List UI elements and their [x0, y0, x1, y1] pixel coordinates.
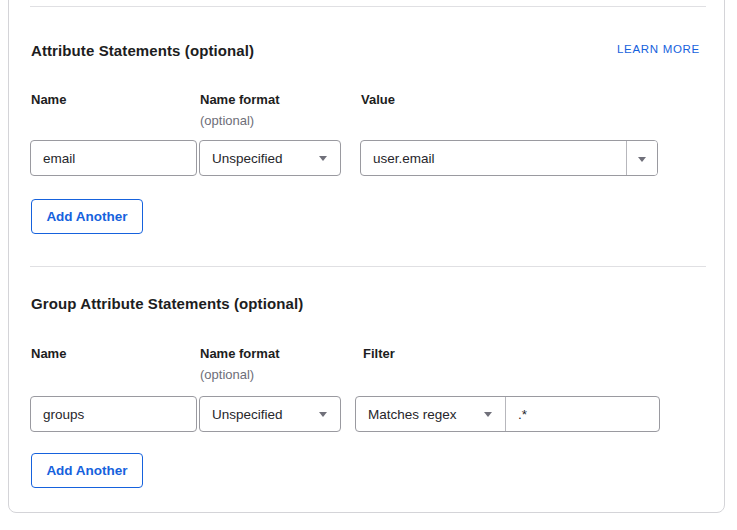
name-format-optional-note: (optional) — [200, 113, 254, 128]
attribute-value-input[interactable] — [361, 141, 626, 175]
filter-column-label: Filter — [363, 346, 395, 361]
value-column-label: Value — [361, 92, 395, 107]
name-format-select[interactable]: Unspecified — [199, 140, 341, 176]
attribute-value-combo — [360, 140, 658, 176]
attribute-value-dropdown-button[interactable] — [626, 141, 657, 175]
chevron-down-icon — [484, 412, 492, 417]
section-divider — [30, 266, 706, 267]
card-panel — [8, 0, 725, 513]
chevron-down-icon — [319, 412, 327, 417]
group-name-format-selected-value: Unspecified — [212, 407, 283, 422]
name-column-label: Name — [31, 92, 66, 107]
group-attribute-statements-heading: Group Attribute Statements (optional) — [31, 295, 303, 312]
group-name-input[interactable] — [30, 396, 197, 432]
attribute-name-input[interactable] — [30, 140, 197, 176]
name-format-column-label: Name format — [200, 346, 279, 361]
name-format-selected-value: Unspecified — [212, 151, 283, 166]
group-name-format-select[interactable]: Unspecified — [199, 396, 341, 432]
learn-more-link[interactable]: LEARN MORE — [617, 43, 700, 55]
name-format-column-label: Name format — [200, 92, 279, 107]
group-filter-type-select[interactable]: Matches regex — [356, 397, 506, 431]
add-group-attribute-button[interactable]: Add Another — [31, 453, 143, 488]
group-filter-value-input[interactable] — [506, 397, 659, 431]
group-filter-combo: Matches regex — [355, 396, 660, 432]
add-attribute-button[interactable]: Add Another — [31, 199, 143, 234]
attribute-statements-heading: Attribute Statements (optional) — [31, 42, 254, 59]
name-format-optional-note: (optional) — [200, 367, 254, 382]
chevron-down-icon — [319, 156, 327, 161]
chevron-down-icon — [638, 157, 646, 162]
section-divider — [30, 6, 706, 7]
group-filter-type-selected-value: Matches regex — [368, 407, 457, 422]
name-column-label: Name — [31, 346, 66, 361]
